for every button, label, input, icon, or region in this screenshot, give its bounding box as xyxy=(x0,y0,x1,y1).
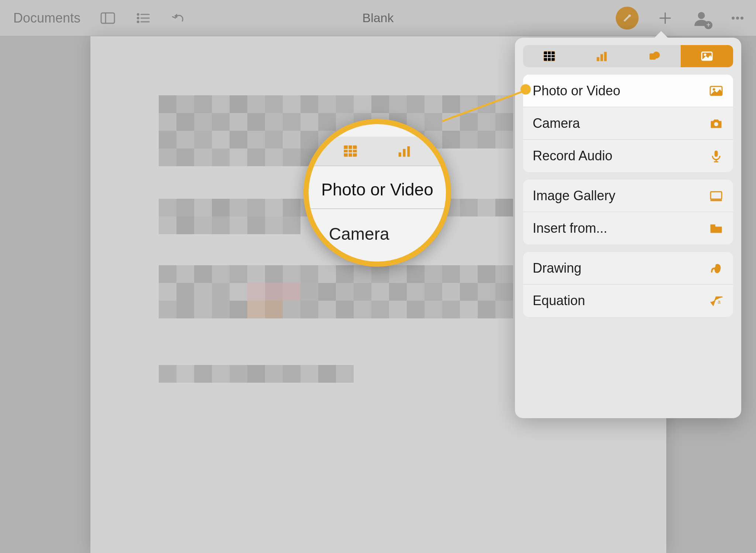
mic-icon xyxy=(709,149,724,163)
svg-rect-34 xyxy=(711,200,722,201)
collaborate-add-badge: + xyxy=(704,21,712,29)
collaborate-icon[interactable]: + xyxy=(692,8,711,28)
svg-text:a: a xyxy=(718,299,721,305)
svg-point-13 xyxy=(736,17,739,20)
svg-point-11 xyxy=(698,12,705,19)
menu-label: Equation xyxy=(533,293,585,308)
toolbar-left-group: Documents xyxy=(13,10,187,26)
list-icon[interactable] xyxy=(135,10,151,26)
redacted-text-block-4 xyxy=(159,365,354,383)
svg-point-29 xyxy=(714,122,718,126)
svg-rect-45 xyxy=(407,146,410,157)
insert-tab-bar xyxy=(523,45,733,67)
svg-point-6 xyxy=(137,21,139,23)
callout-dot xyxy=(520,84,531,95)
svg-rect-30 xyxy=(715,151,718,157)
svg-point-24 xyxy=(653,52,660,58)
svg-rect-22 xyxy=(604,52,606,61)
menu-label: Record Audio xyxy=(533,148,612,164)
svg-rect-35 xyxy=(711,225,715,226)
menu-equation[interactable]: Equation a xyxy=(523,284,733,317)
insert-tab-media[interactable] xyxy=(681,45,733,67)
sidebar-toggle-icon[interactable] xyxy=(100,10,116,26)
camera-icon xyxy=(709,116,724,131)
menu-drawing[interactable]: Drawing xyxy=(523,252,733,284)
menu-camera[interactable]: Camera xyxy=(523,107,733,140)
menu-label: Photo or Video xyxy=(533,83,621,99)
menu-image-gallery[interactable]: Image Gallery xyxy=(523,180,733,212)
svg-point-8 xyxy=(628,14,631,17)
svg-point-28 xyxy=(713,88,715,91)
svg-rect-44 xyxy=(403,149,405,157)
svg-rect-33 xyxy=(711,192,722,199)
table-icon xyxy=(343,144,358,158)
callout-magnifier: Photo or Video Camera xyxy=(303,119,451,267)
svg-point-26 xyxy=(704,54,706,56)
folder-icon xyxy=(709,221,724,236)
svg-point-12 xyxy=(732,17,735,20)
menu-photo-or-video[interactable]: Photo or Video xyxy=(523,75,733,107)
svg-point-4 xyxy=(137,17,139,19)
svg-point-14 xyxy=(740,17,743,20)
menu-label: Camera xyxy=(533,116,580,131)
magnifier-row-camera: Camera xyxy=(329,224,389,244)
chart-icon xyxy=(397,144,412,158)
format-brush-button[interactable] xyxy=(616,7,639,30)
insert-tab-shape[interactable] xyxy=(628,45,681,67)
media-group-other: Drawing Equation a xyxy=(523,252,733,317)
sqrt-icon: a xyxy=(709,293,724,308)
menu-label: Drawing xyxy=(533,260,581,276)
viewport: Documents Blank xyxy=(0,0,756,553)
insert-tab-chart[interactable] xyxy=(575,45,628,67)
menu-record-audio[interactable]: Record Audio xyxy=(523,140,733,172)
squiggle-icon xyxy=(709,261,724,276)
media-group-capture: Photo or Video Camera Record Audio xyxy=(523,75,733,172)
menu-label: Image Gallery xyxy=(533,188,615,204)
insert-popover: Photo or Video Camera Record Audio I xyxy=(515,38,741,418)
menu-insert-from[interactable]: Insert from... xyxy=(523,212,733,245)
svg-rect-0 xyxy=(101,13,114,23)
undo-icon[interactable] xyxy=(171,10,187,26)
top-toolbar: Documents Blank xyxy=(0,0,756,36)
svg-rect-38 xyxy=(344,146,357,157)
toolbar-right-group: + xyxy=(616,7,746,30)
media-group-library: Image Gallery Insert from... xyxy=(523,180,733,245)
svg-rect-20 xyxy=(597,57,599,61)
insert-tab-table[interactable] xyxy=(523,45,575,67)
insert-plus-button[interactable] xyxy=(657,10,673,26)
magnifier-tabbar xyxy=(309,137,446,165)
svg-point-2 xyxy=(137,14,139,15)
menu-label: Insert from... xyxy=(533,221,607,236)
gallery-icon xyxy=(709,188,724,203)
more-icon[interactable] xyxy=(729,10,746,26)
photo-icon xyxy=(709,83,724,98)
documents-back-button[interactable]: Documents xyxy=(13,10,80,26)
svg-rect-21 xyxy=(601,54,603,61)
redacted-text-block-3 xyxy=(159,265,513,318)
magnifier-row-photo-video: Photo or Video xyxy=(309,180,446,199)
document-title: Blank xyxy=(362,11,394,25)
svg-rect-15 xyxy=(544,51,555,61)
svg-rect-43 xyxy=(399,153,401,157)
